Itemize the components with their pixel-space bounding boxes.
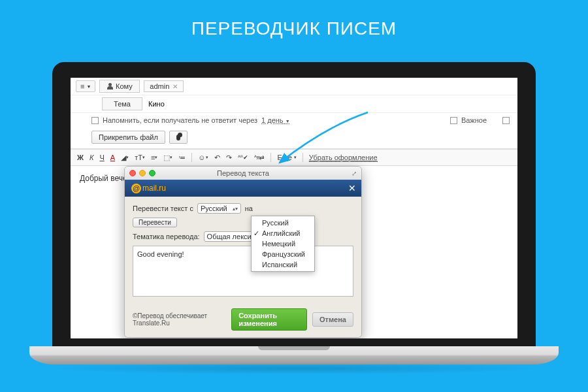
font-size-button[interactable]: тТ▾ (135, 154, 145, 161)
screen-bezel: ≡ ▼ Кому admin✕ Тема Напомнить, если пол… (52, 62, 536, 346)
laptop-base (29, 346, 559, 365)
remove-chip-icon[interactable]: ✕ (172, 83, 178, 90)
chevron-down-icon: ▼ (86, 84, 91, 89)
page-title: ПЕРЕВОДЧИК ПИСЕМ (0, 0, 588, 51)
to-word: на (245, 204, 253, 212)
to-field-label[interactable]: Кому (99, 80, 140, 93)
important-label: Важное (461, 116, 487, 124)
subject-label: Тема (102, 97, 142, 110)
to-language-dropdown[interactable]: РусскийАнглийскийНемецкийФранцузскийИспа… (251, 216, 315, 272)
translation-result[interactable]: Good evening! (133, 246, 353, 297)
bold-button[interactable]: Ж (77, 154, 84, 161)
from-language-select[interactable]: Русский▴▾ (197, 203, 241, 214)
minimize-window-icon[interactable] (139, 170, 146, 176)
close-icon[interactable]: ✕ (348, 183, 356, 193)
app-screen: ≡ ▼ Кому admin✕ Тема Напомнить, если пол… (71, 78, 517, 338)
indent-button[interactable]: ⬚▾ (163, 154, 172, 162)
zoom-window-icon[interactable] (149, 170, 155, 176)
subject-input[interactable] (146, 98, 512, 110)
redo-button[interactable]: ↷ (226, 154, 232, 162)
align-button[interactable]: ≡▾ (151, 154, 157, 161)
lang-option[interactable]: Французский (252, 249, 314, 259)
topic-label: Тематика перевода: (133, 233, 200, 240)
compose-header: ≡ ▼ Кому admin✕ Тема Напомнить, если пол… (71, 78, 517, 149)
lang-option[interactable]: Испанский (252, 259, 314, 270)
popup-window-title: Перевод текста (217, 169, 269, 177)
underline-button[interactable]: Ч (99, 154, 104, 161)
format-toolbar: Ж К Ч А ◢▾ тТ▾ ≡▾ ⬚▾ ≔ ☺▾ ↶ ↷ ᴬᴮ✔ ᴬя⇄ Ещ… (71, 149, 517, 166)
reminder-period-dropdown[interactable]: 1 день ▼ (261, 116, 290, 124)
attach-file-button[interactable]: Прикрепить файл (91, 131, 165, 144)
translate-prefix-label: Перевести текст с (133, 204, 193, 212)
cloud-icon (176, 135, 180, 140)
spellcheck-button[interactable]: ᴬᴮ✔ (238, 154, 248, 161)
translate-button[interactable]: Перевести (133, 218, 177, 227)
list-button[interactable]: ≔ (178, 154, 186, 162)
lang-option[interactable]: Английский (252, 228, 314, 238)
popup-brand-header: @ mail.ru ✕ (125, 180, 361, 197)
popup-titlebar[interactable]: Перевод текста ⤢ (125, 167, 361, 180)
reminder-text: Напомнить, если получатель не ответит че… (103, 116, 257, 124)
recipient-chip[interactable]: admin✕ (144, 80, 184, 92)
reminder-checkbox[interactable] (91, 117, 99, 124)
footer-credit: ©Перевод обеспечивает Translate.Ru (133, 312, 221, 327)
person-icon (107, 83, 113, 90)
important-checkbox[interactable] (450, 117, 457, 124)
undo-button[interactable]: ↶ (214, 154, 220, 162)
at-icon: @ (131, 184, 141, 193)
text-color-button[interactable]: А (110, 154, 115, 161)
cancel-button[interactable]: Отмена (312, 312, 353, 327)
close-window-icon[interactable] (129, 170, 136, 176)
expand-icon[interactable]: ⤢ (351, 170, 357, 177)
translate-popup: Перевод текста ⤢ @ mail.ru ✕ Перевести т… (124, 166, 362, 338)
popup-body: Перевести текст с Русский▴▾ на Перевести… (125, 197, 361, 303)
lang-option[interactable]: Русский (252, 218, 314, 228)
emoji-button[interactable]: ☺▾ (198, 154, 208, 161)
translate-button[interactable]: ᴬя⇄ (254, 154, 265, 161)
extra-checkbox[interactable] (502, 117, 510, 124)
popup-footer: ©Перевод обеспечивает Translate.Ru Сохра… (125, 303, 361, 337)
save-button[interactable]: Сохранить изменения (231, 308, 307, 331)
more-format-button[interactable]: Еще▾ (277, 154, 296, 161)
italic-button[interactable]: К (90, 154, 93, 161)
attach-cloud-button[interactable] (169, 131, 188, 144)
lang-option[interactable]: Немецкий (252, 238, 314, 249)
laptop-mockup: ≡ ▼ Кому admin✕ Тема Напомнить, если пол… (52, 62, 536, 363)
laptop-shadow (46, 363, 542, 374)
clear-format-button[interactable]: Убрать оформление (309, 154, 378, 162)
compose-menu-button[interactable]: ≡ ▼ (76, 80, 95, 92)
bg-color-button[interactable]: ◢▾ (121, 154, 129, 162)
mailru-logo: @ mail.ru (131, 184, 166, 193)
